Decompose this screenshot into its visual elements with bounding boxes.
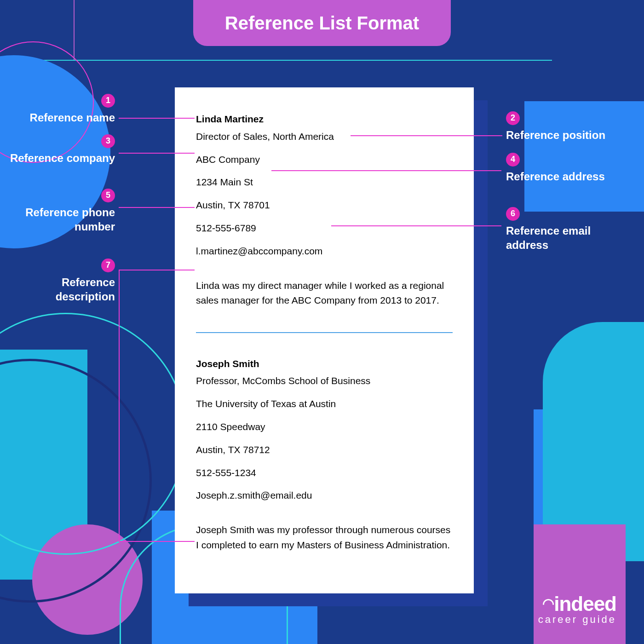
page-title: Reference List Format bbox=[225, 13, 419, 34]
brand-tagline: career guide bbox=[538, 614, 616, 626]
connector-line bbox=[119, 153, 195, 154]
ref2-name: Joseph Smith bbox=[196, 355, 453, 373]
infographic-stage: Reference List Format Linda Martinez Dir… bbox=[0, 0, 644, 644]
ref1-phone: 512-555-6789 bbox=[196, 219, 453, 237]
annotation-4: 4 Reference address bbox=[506, 151, 635, 184]
connector-line bbox=[119, 270, 120, 541]
separator-line bbox=[196, 332, 453, 333]
connector-line bbox=[331, 225, 501, 226]
reference-page: Linda Martinez Director of Sales, North … bbox=[175, 87, 474, 593]
badge-icon: 5 bbox=[101, 189, 115, 202]
badge-icon: 4 bbox=[506, 153, 520, 167]
annotation-label: Reference phone number bbox=[25, 206, 115, 233]
annotation-3: 3 Reference company bbox=[9, 132, 115, 165]
decorative-shape bbox=[0, 60, 552, 61]
decorative-shape bbox=[74, 0, 75, 60]
ref2-company: The University of Texas at Austin bbox=[196, 395, 453, 413]
connector-line bbox=[351, 135, 502, 136]
annotation-label: Reference position bbox=[506, 129, 605, 141]
ref1-address2: Austin, TX 78701 bbox=[196, 196, 453, 214]
annotation-label: Reference description bbox=[56, 276, 115, 303]
annotation-1: 1 Reference name bbox=[9, 92, 115, 125]
title-banner: Reference List Format bbox=[193, 0, 451, 46]
ref2-position: Professor, McCombs School of Business bbox=[196, 372, 453, 390]
annotation-6: 6 Reference email address bbox=[506, 205, 635, 252]
connector-line bbox=[119, 207, 195, 208]
badge-icon: 6 bbox=[506, 207, 520, 221]
ref2-email: Joseph.z.smith@email.edu bbox=[196, 487, 453, 504]
annotation-5: 5 Reference phone number bbox=[9, 187, 115, 234]
ref2-phone: 512-555-1234 bbox=[196, 464, 453, 482]
brand-logo: ◠indeed career guide bbox=[538, 592, 616, 626]
badge-icon: 2 bbox=[506, 111, 520, 125]
decorative-shape bbox=[534, 524, 626, 644]
connector-line bbox=[271, 170, 501, 171]
annotation-7: 7 Reference description bbox=[9, 257, 115, 304]
connector-line bbox=[119, 118, 195, 119]
connector-line bbox=[119, 270, 195, 270]
ref1-name: Linda Martinez bbox=[196, 110, 453, 128]
annotation-label: Reference address bbox=[506, 170, 605, 183]
badge-icon: 7 bbox=[101, 259, 115, 272]
ref2-address1: 2110 Speedway bbox=[196, 418, 453, 436]
indeed-logo: ◠indeed bbox=[538, 592, 616, 615]
ref1-position: Director of Sales, North America bbox=[196, 128, 453, 145]
annotation-label: Reference email address bbox=[506, 224, 591, 251]
annotation-label: Reference name bbox=[30, 111, 115, 124]
badge-icon: 1 bbox=[101, 94, 115, 108]
ref1-address1: 1234 Main St bbox=[196, 173, 453, 191]
ref2-description: Joseph Smith was my professor through nu… bbox=[196, 523, 453, 552]
connector-line bbox=[119, 541, 195, 542]
ref1-email: l.martinez@abccompany.com bbox=[196, 242, 453, 260]
ref2-address2: Austin, TX 78712 bbox=[196, 441, 453, 459]
annotation-label: Reference company bbox=[10, 152, 115, 164]
ref1-description: Linda was my direct manager while I work… bbox=[196, 278, 453, 308]
ref1-company: ABC Company bbox=[196, 151, 453, 168]
badge-icon: 3 bbox=[101, 134, 115, 148]
annotation-2: 2 Reference position bbox=[506, 109, 635, 142]
logo-text: indeed bbox=[554, 592, 616, 615]
logo-arc-icon: ◠ bbox=[542, 595, 554, 611]
